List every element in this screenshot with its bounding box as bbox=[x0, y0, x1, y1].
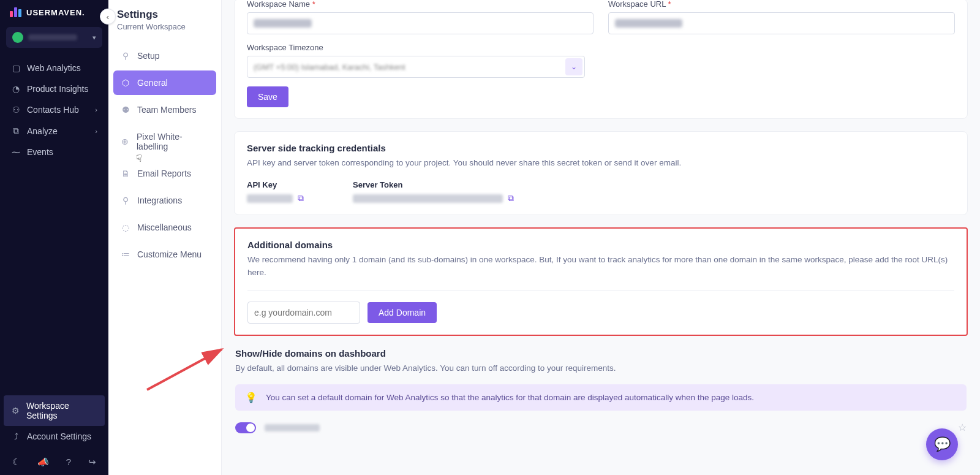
info-text: You can set a default domain for Web Ana… bbox=[266, 393, 754, 402]
additional-domains-card: Additional domains We recommend having o… bbox=[234, 227, 968, 336]
globe-icon: ⊕ bbox=[121, 137, 130, 146]
settings-pixel-white-labelling[interactable]: ⊕Pixel White-labelling bbox=[113, 124, 216, 159]
account-icon: ⤴ bbox=[11, 431, 21, 441]
chevron-right-icon: › bbox=[95, 106, 97, 113]
server-desc: API key and server token corresponding t… bbox=[247, 157, 955, 169]
settings-general[interactable]: ⬡General bbox=[113, 70, 216, 95]
bottom-nav: ⚙Workspace Settings ⤴Account Settings bbox=[0, 395, 108, 450]
main-content: Workspace Name * Workspace URL * Workspa… bbox=[222, 0, 980, 463]
main-nav: ▢Web Analytics ◔Product Insights ⚇Contac… bbox=[0, 58, 108, 162]
settings-email-reports[interactable]: 🗎Email Reports bbox=[113, 161, 216, 186]
show-hide-title: Show/Hide domains on dashboard bbox=[235, 348, 967, 359]
help-icon[interactable]: ? bbox=[66, 457, 71, 468]
api-key-label: API Key bbox=[247, 180, 304, 189]
settings-item-label: Email Reports bbox=[137, 169, 191, 178]
domain-input[interactable] bbox=[247, 302, 360, 324]
settings-miscellaneous[interactable]: ◌Miscellaneous bbox=[113, 215, 216, 240]
list-icon: ≔ bbox=[121, 249, 130, 259]
settings-item-label: Integrations bbox=[137, 196, 182, 205]
workspace-url-input[interactable] bbox=[608, 12, 955, 34]
brand-name: USERMAVEN. bbox=[26, 8, 85, 17]
monitor-icon: ▢ bbox=[11, 63, 21, 73]
bulb-icon: 💡 bbox=[245, 392, 257, 403]
add-domain-button[interactable]: Add Domain bbox=[368, 302, 437, 323]
info-banner: 💡 You can set a default domain for Web A… bbox=[235, 384, 967, 411]
settings-team-members[interactable]: ⚉Team Members bbox=[113, 97, 216, 122]
domains-title: Additional domains bbox=[247, 240, 954, 250]
workspace-avatar bbox=[12, 32, 23, 43]
nav-product-insights[interactable]: ◔Product Insights bbox=[4, 78, 105, 99]
chat-fab[interactable]: 💬 bbox=[926, 428, 958, 460]
settings-item-label: Customize Menu bbox=[137, 249, 202, 259]
nav-label: Analyze bbox=[27, 126, 58, 136]
nav-account-settings[interactable]: ⤴Account Settings bbox=[4, 426, 105, 447]
settings-item-label: Miscellaneous bbox=[137, 222, 192, 232]
nav-web-analytics[interactable]: ▢Web Analytics bbox=[4, 58, 105, 78]
nav-label: Account Settings bbox=[27, 431, 91, 441]
settings-title: Settings bbox=[108, 9, 221, 22]
sidebar-main: USERMAVEN. ▾ ▢Web Analytics ◔Product Ins… bbox=[0, 0, 108, 475]
workspace-selector[interactable]: ▾ bbox=[6, 27, 102, 48]
copy-icon[interactable]: ⧉ bbox=[508, 193, 514, 203]
doc-icon: 🗎 bbox=[121, 169, 130, 178]
settings-item-label: Setup bbox=[137, 51, 160, 61]
settings-item-label: General bbox=[137, 78, 168, 88]
util-icon-bar: ☾ 📣 ? ↪ bbox=[0, 450, 108, 475]
nav-label: Contacts Hub bbox=[27, 105, 79, 115]
gear-icon: ⚙ bbox=[11, 406, 20, 416]
domain-name bbox=[265, 424, 320, 431]
hex-icon: ⬡ bbox=[121, 78, 130, 88]
workspace-name-label: Workspace Name * bbox=[247, 0, 594, 9]
brand-logo: USERMAVEN. bbox=[0, 0, 108, 23]
circle-icon: ◌ bbox=[121, 222, 130, 232]
settings-subtitle: Current Workspace bbox=[108, 22, 221, 40]
chart-icon: ◔ bbox=[11, 84, 21, 94]
workspace-url-label: Workspace URL * bbox=[608, 0, 955, 9]
domain-toggle[interactable] bbox=[235, 422, 256, 433]
brand-logo-icon bbox=[10, 7, 21, 17]
chevron-down-icon: ▾ bbox=[92, 34, 96, 42]
settings-item-label: Pixel White-labelling bbox=[137, 132, 209, 151]
api-key-value bbox=[247, 194, 293, 203]
domains-desc: We recommend having only 1 domain (and i… bbox=[247, 254, 954, 279]
settings-nav: ⚲Setup ⬡General ⚉Team Members ⊕Pixel Whi… bbox=[108, 40, 221, 273]
nav-contacts-hub[interactable]: ⚇Contacts Hub› bbox=[4, 99, 105, 120]
server-token-label: Server Token bbox=[353, 180, 514, 189]
nav-analyze[interactable]: ⧉Analyze› bbox=[4, 120, 105, 142]
show-hide-card: Show/Hide domains on dashboard By defaul… bbox=[234, 348, 968, 444]
nav-label: Product Insights bbox=[27, 84, 88, 94]
divider bbox=[247, 290, 954, 291]
team-icon: ⚉ bbox=[121, 105, 130, 115]
nav-label: Events bbox=[27, 147, 53, 157]
workspace-timezone-select[interactable]: (GMT +5:00) Islamabad, Karachi, Tashkent bbox=[247, 56, 585, 78]
save-button[interactable]: Save bbox=[247, 86, 288, 107]
nav-workspace-settings[interactable]: ⚙Workspace Settings bbox=[4, 395, 105, 426]
settings-item-label: Team Members bbox=[137, 105, 196, 115]
settings-sidebar: Settings Current Workspace ⚲Setup ⬡Gener… bbox=[108, 0, 222, 475]
settings-customize-menu[interactable]: ≔Customize Menu bbox=[113, 242, 216, 267]
link-icon: ⚲ bbox=[121, 196, 130, 205]
chevron-down-icon[interactable]: ⌄ bbox=[565, 58, 582, 75]
chat-icon: 💬 bbox=[934, 436, 951, 452]
settings-integrations[interactable]: ⚲Integrations bbox=[113, 188, 216, 213]
pulse-icon: ⁓ bbox=[11, 147, 21, 157]
moon-icon[interactable]: ☾ bbox=[12, 457, 20, 468]
show-hide-desc: By default, all domains are visible unde… bbox=[235, 362, 967, 374]
logout-icon[interactable]: ↪ bbox=[88, 457, 96, 468]
workspace-name bbox=[28, 34, 77, 40]
analyze-icon: ⧉ bbox=[11, 126, 21, 136]
collapse-sidebar-button[interactable]: ‹ bbox=[100, 9, 116, 25]
people-icon: ⚇ bbox=[11, 105, 21, 115]
copy-icon[interactable]: ⧉ bbox=[298, 193, 304, 203]
link-icon: ⚲ bbox=[121, 51, 130, 61]
nav-label: Workspace Settings bbox=[26, 401, 97, 420]
nav-label: Web Analytics bbox=[27, 63, 81, 73]
server-tracking-card: Server side tracking credentials API key… bbox=[234, 131, 968, 215]
settings-setup[interactable]: ⚲Setup bbox=[113, 44, 216, 68]
megaphone-icon[interactable]: 📣 bbox=[37, 457, 49, 468]
star-icon[interactable]: ☆ bbox=[958, 422, 967, 433]
nav-events[interactable]: ⁓Events bbox=[4, 142, 105, 162]
workspace-card: Workspace Name * Workspace URL * Workspa… bbox=[234, 0, 968, 119]
workspace-name-input[interactable] bbox=[247, 12, 594, 34]
chevron-right-icon: › bbox=[95, 127, 97, 135]
